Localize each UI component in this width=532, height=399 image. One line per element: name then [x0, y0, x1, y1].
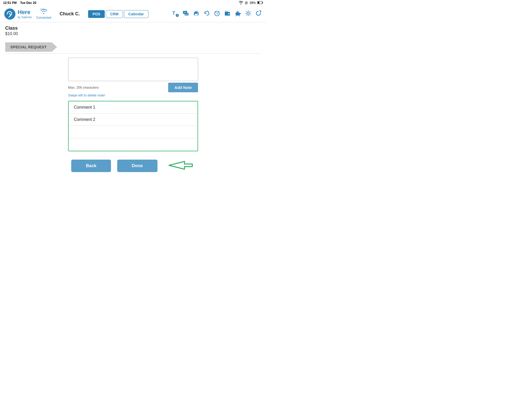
toolbar: Here by SalesVu Connected Chuck C. POS C…: [0, 6, 266, 22]
add-note-button[interactable]: Add Note: [168, 83, 198, 92]
special-request-wrap: SPECIAL REQUEST: [5, 42, 261, 52]
status-right: @ 38%: [239, 1, 263, 5]
item-price: $10.00: [5, 31, 261, 36]
wifi-signal-icon: [40, 9, 47, 16]
svg-point-9: [185, 12, 185, 12]
svg-rect-7: [185, 13, 189, 16]
tab-pos[interactable]: POS: [88, 10, 105, 18]
comment-item: Comment 2: [69, 114, 198, 126]
tab-calendar[interactable]: Calendar: [124, 10, 148, 18]
tab-crm[interactable]: CRM: [106, 10, 123, 18]
svg-point-22: [247, 12, 249, 14]
status-bar: 12:51 PM Tue Dec 20 @ 38%: [0, 0, 266, 6]
back-button[interactable]: Back: [71, 160, 111, 172]
wallet-icon[interactable]: [224, 10, 231, 18]
svg-point-19: [225, 10, 226, 11]
battery-icon: [257, 1, 263, 5]
connected-label: Connected: [36, 16, 51, 19]
alarm-icon[interactable]: [214, 10, 220, 18]
special-request-banner: SPECIAL REQUEST: [5, 42, 57, 52]
done-button[interactable]: Done: [117, 160, 157, 172]
svg-marker-23: [169, 161, 192, 169]
logo-here-label: Here: [18, 9, 32, 15]
chat-icon[interactable]: [182, 10, 189, 18]
logo-salesvu-label: by SalesVu: [18, 16, 32, 19]
comment-empty: [69, 138, 198, 151]
svg-rect-13: [195, 14, 198, 15]
text-settings-icon[interactable]: T: [172, 10, 179, 18]
svg-point-21: [239, 12, 239, 13]
toolbar-icons: T: [172, 10, 262, 18]
comments-box: Comment 1 Comment 2: [68, 101, 198, 151]
printer-icon[interactable]: [193, 10, 200, 18]
arrow-left-indicator: [164, 158, 195, 174]
logo-icon: [4, 8, 16, 20]
logo-area: Here by SalesVu: [4, 8, 32, 20]
svg-rect-2: [258, 2, 259, 3]
svg-rect-12: [195, 11, 198, 13]
logo-text: Here by SalesVu: [18, 9, 32, 18]
user-name: Chuck C.: [60, 11, 80, 17]
settings-icon[interactable]: [245, 10, 252, 18]
piggybank-icon[interactable]: [234, 10, 241, 18]
divider: [5, 53, 261, 54]
comment-empty: [69, 126, 198, 138]
svg-rect-17: [225, 11, 228, 12]
swipe-hint: Swipe left to delete note!: [68, 93, 198, 97]
time: 12:51 PM: [3, 1, 17, 5]
refresh-icon[interactable]: [255, 10, 262, 18]
date: Tue Dec 20: [20, 1, 36, 5]
wifi-icon: [239, 1, 243, 5]
note-controls: Max. 256 characters Add Note: [68, 83, 198, 92]
special-request-label: SPECIAL REQUEST: [10, 45, 51, 49]
wifi-connected-area: Connected: [36, 9, 51, 19]
svg-point-14: [198, 13, 198, 14]
item-title: Class: [5, 25, 261, 31]
svg-rect-18: [228, 13, 229, 14]
bottom-buttons: Back Done: [71, 158, 195, 174]
main-content: Class $10.00 SPECIAL REQUEST Max. 256 ch…: [0, 22, 266, 177]
comment-item: Comment 1: [69, 101, 198, 114]
svg-point-8: [184, 12, 185, 12]
note-area: Max. 256 characters Add Note Swipe left …: [5, 58, 261, 174]
svg-rect-1: [262, 2, 263, 3]
nav-tabs: POS CRM Calendar: [88, 10, 148, 18]
note-input[interactable]: [68, 58, 198, 81]
svg-text:T: T: [172, 11, 175, 16]
battery-level: 38%: [249, 1, 256, 5]
undo-icon[interactable]: [203, 10, 210, 18]
at-icon: @: [245, 1, 248, 5]
svg-point-10: [186, 12, 186, 12]
status-time-date: 12:51 PM Tue Dec 20: [3, 1, 36, 5]
max-chars-hint: Max. 256 characters: [68, 86, 99, 89]
